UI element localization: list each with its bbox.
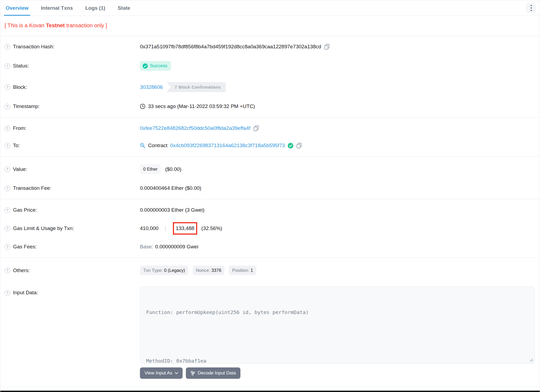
gas-used-value: 133,488 [176, 225, 194, 231]
row-block: ? Block: 30328606 7 Block Confirmations [0, 76, 540, 98]
tab-bar: Overview Internal Txns Logs (1) State [0, 0, 540, 16]
help-icon[interactable]: ? [5, 268, 10, 273]
row-gas-fees: ? Gas Fees: Base: 0.000000009 Gwei [0, 238, 540, 255]
section-summary: ? Transaction Hash: 0x371a51097fb78df856… [0, 36, 540, 117]
tab-state[interactable]: State [116, 0, 132, 16]
view-input-as-label: View Input As [145, 370, 172, 376]
value-usd: ($0.00) [165, 166, 181, 172]
transaction-fee-label: Transaction Fee: [13, 185, 51, 191]
gas-fees-label: Gas Fees: [13, 244, 37, 250]
help-icon[interactable]: ? [5, 143, 10, 148]
help-icon[interactable]: ? [5, 104, 10, 109]
to-label: To: [13, 143, 20, 148]
input-data-actions: View Input As Decode Input Data [140, 367, 535, 379]
gas-price-value: 0.000000003 Ether (3 Gwei) [140, 207, 204, 213]
transaction-hash-label: Transaction Hash: [13, 44, 54, 50]
input-function-line: Function: performUpkeep(uint256 id, byte… [146, 308, 529, 316]
zoom-in-icon[interactable] [140, 143, 145, 148]
help-icon[interactable]: ? [5, 63, 10, 69]
gas-limit-value: 410,000 [140, 225, 159, 231]
help-icon[interactable]: ? [5, 166, 10, 172]
from-address-link[interactable]: 0xfee7522e8482682cf50ddc50a0f8da2a39effa… [140, 125, 250, 131]
row-transaction-hash: ? Transaction Hash: 0x371a51097fb78df856… [0, 38, 540, 55]
window-bottom-edge [0, 391, 540, 392]
nonce-value: 3376 [211, 268, 221, 273]
tab-logs[interactable]: Logs (1) [84, 0, 107, 16]
help-icon[interactable]: ? [5, 126, 10, 131]
gas-fees-base-label: Base: [140, 244, 153, 250]
input-methodid-line: MethodID: 0x7bbaf1ea [146, 357, 529, 364]
timestamp-label: Timestamp: [13, 103, 40, 109]
section-details: ? Others: Txn Type: 0 (Legacy) Nonce: 33… [0, 258, 540, 387]
to-address-link[interactable]: 0x4cb093f226983713164a62138c3f718a5b595f… [170, 143, 285, 148]
copy-icon[interactable] [254, 126, 259, 131]
status-text: Success [150, 63, 167, 69]
help-icon[interactable]: ? [5, 84, 10, 90]
resize-handle-icon[interactable] [529, 358, 533, 362]
testnet-notice-prefix: [ This is a Kovan [5, 22, 46, 28]
verified-check-icon [288, 143, 293, 148]
chevron-down-icon [175, 372, 178, 374]
help-icon[interactable]: ? [5, 207, 10, 213]
help-icon[interactable]: ? [5, 185, 10, 191]
clock-icon [140, 104, 145, 109]
block-number-link[interactable]: 30328606 [140, 84, 163, 90]
txn-type-label: Txn Type: [143, 268, 163, 273]
testnet-notice-bold: Testnet [46, 22, 65, 28]
tab-internal-txns[interactable]: Internal Txns [39, 0, 75, 16]
txn-type-badge: Txn Type: 0 (Legacy) [140, 266, 188, 275]
input-data-textarea[interactable]: Function: performUpkeep(uint256 id, byte… [140, 286, 535, 364]
input-data-label: Input Data: [13, 290, 38, 296]
row-gas-price: ? Gas Price: 0.000000003 Ether (3 Gwei) [0, 201, 540, 219]
testnet-notice: [ This is a Kovan Testnet transaction on… [0, 16, 540, 36]
help-icon[interactable]: ? [5, 44, 10, 50]
status-badge: Success [140, 61, 171, 71]
position-value: 1 [250, 268, 253, 273]
row-transaction-fee: ? Transaction Fee: 0.000400464 Ether ($0… [0, 180, 540, 197]
gas-used-highlight-box: 133,488 [173, 222, 197, 235]
gas-fees-base-value: 0.000000009 Gwei [155, 244, 199, 250]
nonce-badge: Nonce: 3376 [193, 266, 224, 275]
row-to: ? To: Contract 0x4cb093f226983713164a621… [0, 137, 540, 154]
row-value: ? Value: 0 Ether ($0.00) [0, 159, 540, 180]
help-icon[interactable]: ? [5, 244, 10, 250]
row-others: ? Others: Txn Type: 0 (Legacy) Nonce: 33… [0, 260, 540, 281]
ether-amount-badge: 0 Ether [140, 164, 161, 174]
kebab-menu-icon [531, 4, 532, 12]
block-confirmations-badge: 7 Block Confirmations [167, 82, 226, 92]
copy-icon[interactable] [324, 44, 330, 50]
section-value: ? Value: 0 Ether ($0.00) ? Transaction F… [0, 157, 540, 199]
transaction-overview-page: Overview Internal Txns Logs (1) State [ … [0, 0, 540, 392]
row-input-data: ? Input Data: Function: performUpkeep(ui… [0, 281, 540, 384]
position-badge: Position: 1 [229, 266, 256, 275]
nonce-label: Nonce: [196, 268, 210, 273]
copy-icon[interactable] [297, 143, 302, 148]
decode-input-data-button[interactable]: Decode Input Data [186, 367, 241, 379]
view-input-as-button[interactable]: View Input As [140, 367, 183, 379]
section-parties: ? From: 0xfee7522e8482682cf50ddc50a0f8da… [0, 117, 540, 157]
kebab-menu-button[interactable] [526, 4, 536, 13]
row-status: ? Status: Success [0, 55, 540, 76]
row-timestamp: ? Timestamp: 33 secs ago (Mar-11-2022 03… [0, 98, 540, 115]
decode-icon [190, 371, 195, 376]
status-label: Status: [13, 63, 29, 69]
from-label: From: [13, 125, 26, 131]
txn-type-value: 0 (Legacy) [164, 268, 185, 273]
transaction-hash-value: 0x371a51097fb78df856f8b4a7bd459f192d8cc8… [140, 44, 321, 50]
check-circle-icon [143, 63, 148, 69]
timestamp-value: 33 secs ago (Mar-11-2022 03:59:32 PM +UT… [148, 103, 255, 109]
section-gas: ? Gas Price: 0.000000003 Ether (3 Gwei) … [0, 199, 540, 258]
help-icon[interactable]: ? [5, 290, 10, 296]
gas-separator: | [165, 225, 166, 231]
row-from: ? From: 0xfee7522e8482682cf50ddc50a0f8da… [0, 120, 540, 137]
others-label: Others: [13, 268, 30, 273]
gas-limit-usage-label: Gas Limit & Usage by Txn: [13, 225, 74, 231]
gas-price-label: Gas Price: [13, 207, 37, 213]
tab-overview[interactable]: Overview [4, 0, 30, 16]
help-icon[interactable]: ? [5, 226, 10, 231]
row-gas-limit-usage: ? Gas Limit & Usage by Txn: 410,000 | 13… [0, 219, 540, 238]
transaction-fee-value: 0.000400464 Ether ($0.00) [140, 185, 201, 191]
decode-input-data-label: Decode Input Data [198, 370, 236, 376]
position-label: Position: [232, 268, 249, 273]
gas-used-percent: (32.56%) [201, 225, 222, 231]
